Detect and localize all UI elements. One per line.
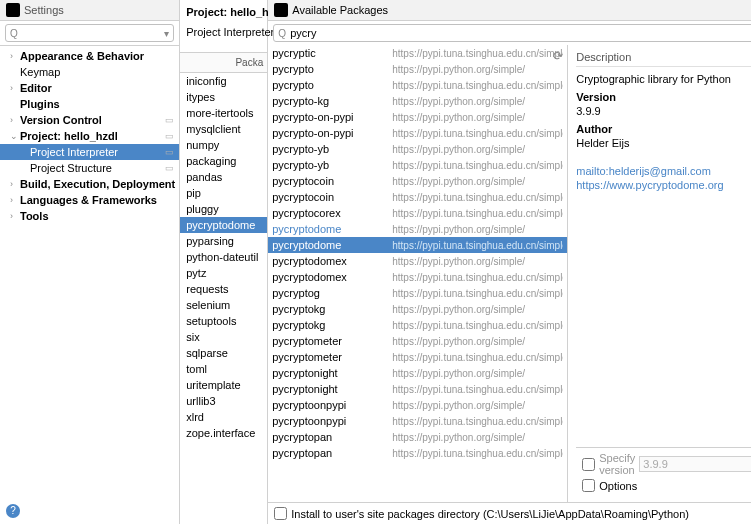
package-name: pycryptocoin xyxy=(272,191,392,203)
installed-package-row[interactable]: sqlparse xyxy=(180,345,267,361)
package-result-row[interactable]: pycryptodomexhttps://pypi.tuna.tsinghua.… xyxy=(268,269,567,285)
package-source: https://pypi.python.org/simple/ xyxy=(392,256,563,267)
package-source: https://pypi.tuna.tsinghua.edu.cn/simple… xyxy=(392,288,563,299)
chevron-right-icon: › xyxy=(10,195,20,205)
package-description: Description Cryptographic library for Py… xyxy=(568,45,751,502)
available-title-bar: Available Packages xyxy=(268,0,751,21)
package-result-row[interactable]: pycryptodomexhttps://pypi.python.org/sim… xyxy=(268,253,567,269)
version-value: 3.9.9 xyxy=(576,105,751,117)
package-source: https://pypi.tuna.tsinghua.edu.cn/simple… xyxy=(392,80,563,91)
install-user-site-checkbox[interactable] xyxy=(274,507,287,520)
installed-package-row[interactable]: six xyxy=(180,329,267,345)
installed-package-row[interactable]: pycryptodome xyxy=(180,217,267,233)
package-result-row[interactable]: pycryptoonpypihttps://pypi.python.org/si… xyxy=(268,397,567,413)
specify-version-checkbox[interactable] xyxy=(582,458,595,471)
tree-plugins[interactable]: Plugins xyxy=(0,96,179,112)
installed-package-row[interactable]: pytz xyxy=(180,265,267,281)
installed-package-row[interactable]: selenium xyxy=(180,297,267,313)
package-source: https://pypi.python.org/simple/ xyxy=(392,400,563,411)
installed-package-row[interactable]: python-dateutil xyxy=(180,249,267,265)
package-name: pycryptocorex xyxy=(272,207,392,219)
package-result-row[interactable]: pycryptodomehttps://pypi.tuna.tsinghua.e… xyxy=(268,237,567,253)
tree-tools[interactable]: ›Tools xyxy=(0,208,179,224)
project-badge-icon: ▭ xyxy=(163,115,175,125)
package-result-row[interactable]: pycrypto-on-pypihttps://pypi.python.org/… xyxy=(268,109,567,125)
package-result-row[interactable]: pycryptopanhttps://pypi.tuna.tsinghua.ed… xyxy=(268,445,567,461)
installed-package-row[interactable]: iniconfig xyxy=(180,73,267,89)
package-result-row[interactable]: pycryptocoinhttps://pypi.tuna.tsinghua.e… xyxy=(268,189,567,205)
installed-package-row[interactable]: more-itertools xyxy=(180,105,267,121)
package-col-header: Packa xyxy=(180,52,267,73)
package-result-row[interactable]: pycrypto-ybhttps://pypi.tuna.tsinghua.ed… xyxy=(268,157,567,173)
available-search-input[interactable] xyxy=(273,24,751,42)
package-result-row[interactable]: pycryptohttps://pypi.python.org/simple/ xyxy=(268,61,567,77)
installed-package-row[interactable]: pluggy xyxy=(180,201,267,217)
package-source: https://pypi.tuna.tsinghua.edu.cn/simple… xyxy=(392,416,563,427)
installed-package-row[interactable]: toml xyxy=(180,361,267,377)
package-result-row[interactable]: pycryptocorexhttps://pypi.tuna.tsinghua.… xyxy=(268,205,567,221)
package-name: pycrypto-yb xyxy=(272,143,392,155)
refresh-icon[interactable]: ⟳ xyxy=(553,49,563,63)
package-result-row[interactable]: pycryptoghttps://pypi.tuna.tsinghua.edu.… xyxy=(268,285,567,301)
package-source: https://pypi.python.org/simple/ xyxy=(392,176,563,187)
package-result-row[interactable]: pycrypto-on-pypihttps://pypi.tuna.tsingh… xyxy=(268,125,567,141)
project-site-link[interactable]: https://www.pycryptodome.org xyxy=(576,179,751,191)
tree-editor[interactable]: ›Editor xyxy=(0,80,179,96)
tree-vcs[interactable]: ›Version Control▭ xyxy=(0,112,179,128)
package-result-row[interactable]: pycrypto-kghttps://pypi.python.org/simpl… xyxy=(268,93,567,109)
package-name: pycrypto-kg xyxy=(272,95,392,107)
project-badge-icon: ▭ xyxy=(163,131,175,141)
package-result-row[interactable]: pycryptocoinhttps://pypi.python.org/simp… xyxy=(268,173,567,189)
installed-package-row[interactable]: packaging xyxy=(180,153,267,169)
package-result-row[interactable]: pycryptokghttps://pypi.tuna.tsinghua.edu… xyxy=(268,317,567,333)
tree-langs[interactable]: ›Languages & Frameworks xyxy=(0,192,179,208)
package-result-row[interactable]: pycryptometerhttps://pypi.python.org/sim… xyxy=(268,333,567,349)
options-checkbox[interactable] xyxy=(582,479,595,492)
installed-package-row[interactable]: setuptools xyxy=(180,313,267,329)
package-name: pycryptonight xyxy=(272,383,392,395)
installed-package-row[interactable]: mysqlclient xyxy=(180,121,267,137)
installed-package-row[interactable]: pandas xyxy=(180,169,267,185)
installed-package-row[interactable]: urllib3 xyxy=(180,393,267,409)
description-text: Cryptographic library for Python xyxy=(576,73,751,85)
package-result-row[interactable]: pycrypto-ybhttps://pypi.python.org/simpl… xyxy=(268,141,567,157)
installed-package-row[interactable]: numpy xyxy=(180,137,267,153)
settings-search-input[interactable] xyxy=(5,24,174,42)
package-source: https://pypi.tuna.tsinghua.edu.cn/simple… xyxy=(392,240,563,251)
installed-package-row[interactable]: requests xyxy=(180,281,267,297)
chevron-down-icon: ⌄ xyxy=(10,131,20,141)
package-result-row[interactable]: pycryptometerhttps://pypi.tuna.tsinghua.… xyxy=(268,349,567,365)
package-source: https://pypi.tuna.tsinghua.edu.cn/simple… xyxy=(392,320,563,331)
package-search-results[interactable]: ⟳ pycryptichttps://pypi.tuna.tsinghua.ed… xyxy=(268,45,568,502)
help-icon[interactable]: ? xyxy=(6,504,20,518)
package-source: https://pypi.tuna.tsinghua.edu.cn/simple… xyxy=(392,272,563,283)
installed-package-row[interactable]: pyparsing xyxy=(180,233,267,249)
tree-keymap[interactable]: Keymap xyxy=(0,64,179,80)
package-name: pycryptoonpypi xyxy=(272,415,392,427)
filter-icon[interactable]: ▾ xyxy=(164,28,169,39)
package-result-row[interactable]: pycryptokghttps://pypi.python.org/simple… xyxy=(268,301,567,317)
author-email-link[interactable]: mailto:helderijs@gmail.com xyxy=(576,165,751,177)
tree-build[interactable]: ›Build, Execution, Deployment xyxy=(0,176,179,192)
package-result-row[interactable]: pycryptoonpypihttps://pypi.tuna.tsinghua… xyxy=(268,413,567,429)
tree-project-interpreter[interactable]: Project Interpreter▭ xyxy=(0,144,179,160)
package-result-row[interactable]: pycryptichttps://pypi.tuna.tsinghua.edu.… xyxy=(268,45,567,61)
available-packages-panel: Available Packages Q ⟳ pycryptichttps://… xyxy=(268,0,751,524)
installed-package-row[interactable]: pip xyxy=(180,185,267,201)
interpreter-label: Project Interpreter: xyxy=(180,22,267,42)
package-source: https://pypi.python.org/simple/ xyxy=(392,432,563,443)
package-result-row[interactable]: pycryptodomehttps://pypi.python.org/simp… xyxy=(268,221,567,237)
tree-project-structure[interactable]: Project Structure▭ xyxy=(0,160,179,176)
package-result-row[interactable]: pycryptopanhttps://pypi.python.org/simpl… xyxy=(268,429,567,445)
tree-project[interactable]: ⌄Project: hello_hzdl▭ xyxy=(0,128,179,144)
package-result-row[interactable]: pycryptonighthttps://pypi.tuna.tsinghua.… xyxy=(268,381,567,397)
project-badge-icon: ▭ xyxy=(163,147,175,157)
installed-package-row[interactable]: xlrd xyxy=(180,409,267,425)
package-result-row[interactable]: pycryptohttps://pypi.tuna.tsinghua.edu.c… xyxy=(268,77,567,93)
installed-package-row[interactable]: itypes xyxy=(180,89,267,105)
tree-appearance[interactable]: ›Appearance & Behavior xyxy=(0,48,179,64)
installed-packages-list[interactable]: iniconfigitypesmore-itertoolsmysqlclient… xyxy=(180,73,267,524)
installed-package-row[interactable]: uritemplate xyxy=(180,377,267,393)
installed-package-row[interactable]: zope.interface xyxy=(180,425,267,441)
package-result-row[interactable]: pycryptonighthttps://pypi.python.org/sim… xyxy=(268,365,567,381)
